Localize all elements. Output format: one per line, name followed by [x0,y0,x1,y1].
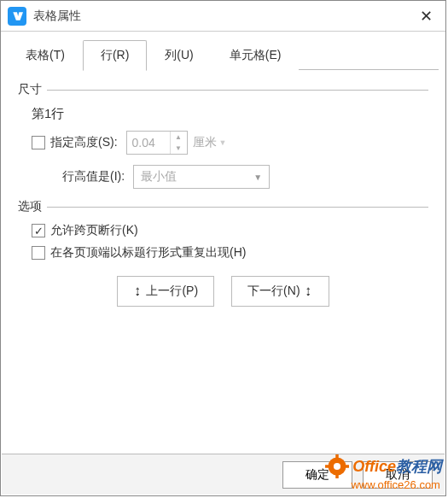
close-button[interactable]: ✕ [413,3,439,29]
cancel-button[interactable]: 取消 [363,461,433,489]
arrow-up-down-icon: ⭥ [304,286,313,296]
allow-break-label: 允许跨页断行(K) [50,223,138,238]
height-input[interactable] [127,132,170,154]
height-spinner[interactable]: ▲ ▼ [126,131,188,155]
current-row-label: 第1行 [32,106,428,122]
height-unit-label: 厘米 [193,135,217,150]
specify-height-checkbox[interactable] [32,136,45,149]
height-is-label: 行高值是(I): [62,169,125,185]
next-row-button[interactable]: 下一行(N) ⭥ [231,276,329,307]
tab-column[interactable]: 列(U) [147,40,211,70]
divider [47,90,428,91]
height-step-down-icon[interactable]: ▼ [171,143,187,154]
prev-row-label: 上一行(P) [146,284,198,299]
divider [47,207,428,208]
chevron-down-icon: ▼ [253,173,262,182]
app-icon [8,7,26,26]
options-legend: 选项 [18,199,42,214]
tab-cell[interactable]: 单元格(E) [212,40,300,70]
tab-bar: 表格(T) 行(R) 列(U) 单元格(E) [1,40,445,70]
repeat-header-label: 在各页顶端以标题行形式重复出现(H) [50,245,246,261]
chevron-down-icon: ▼ [219,138,227,147]
next-row-label: 下一行(N) [247,284,300,299]
titlebar: 表格属性 ✕ [1,1,445,32]
tab-table[interactable]: 表格(T) [8,40,83,70]
specify-height-label: 指定高度(S): [50,135,118,150]
size-legend: 尺寸 [18,82,42,97]
dialog-window: 表格属性 ✕ 表格(T) 行(R) 列(U) 单元格(E) 尺寸 第1行 指定高… [0,0,446,496]
prev-row-button[interactable]: ⭥ 上一行(P) [117,276,214,307]
tab-panel-row: 尺寸 第1行 指定高度(S): ▲ ▼ 厘米 ▼ [1,70,445,329]
height-unit-select[interactable]: 厘米 ▼ [193,135,227,150]
allow-break-checkbox[interactable] [32,224,45,237]
height-is-value: 最小值 [141,169,177,185]
height-is-select[interactable]: 最小值 ▼ [133,165,270,189]
repeat-header-checkbox[interactable] [32,246,45,260]
options-group: 选项 允许跨页断行(K) 在各页顶端以标题行形式重复出现(H) ⭥ 上一行(P)… [18,199,428,307]
size-group: 尺寸 第1行 指定高度(S): ▲ ▼ 厘米 ▼ [18,82,428,189]
window-title: 表格属性 [33,9,413,24]
dialog-button-bar: 确定 取消 [2,454,445,495]
tab-row[interactable]: 行(R) [83,40,147,71]
ok-button[interactable]: 确定 [282,461,352,489]
arrow-up-down-icon: ⭥ [133,286,143,296]
height-step-up-icon[interactable]: ▲ [171,132,187,143]
